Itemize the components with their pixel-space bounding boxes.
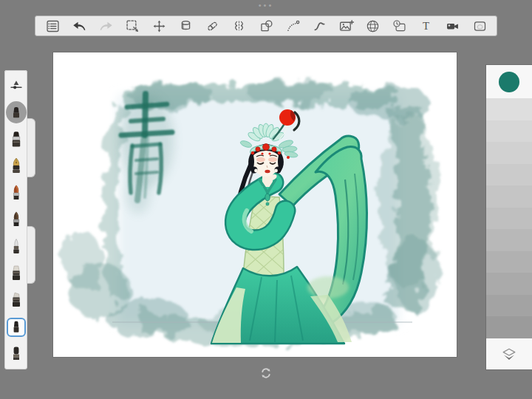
brush-airbrush[interactable] — [6, 236, 27, 257]
mesh-sphere-tool-button[interactable] — [364, 17, 383, 35]
brush-fountain-pen[interactable] — [6, 156, 27, 177]
brush-ink-brush[interactable] — [6, 129, 27, 150]
toolbar: T — [35, 16, 497, 36]
gray-swatch[interactable] — [486, 142, 532, 164]
app-background: { "window": { "drag_handle_glyph": "•••"… — [0, 0, 532, 399]
curve-icon — [285, 18, 301, 34]
fountain-pen-icon — [8, 157, 24, 176]
gray-swatch[interactable] — [486, 229, 532, 251]
mesh-sphere-icon — [365, 18, 381, 34]
gray-swatch[interactable] — [486, 295, 532, 317]
brush-panel — [4, 70, 27, 369]
symmetry-icon — [231, 18, 247, 34]
color-panel — [486, 65, 532, 369]
move-icon — [151, 18, 167, 34]
shapes-icon — [259, 18, 274, 34]
brush-paintbrush-dark[interactable] — [6, 209, 27, 230]
round-marker-icon — [10, 319, 23, 335]
redo-button[interactable] — [96, 17, 115, 35]
stroke-tool-button[interactable] — [310, 17, 329, 35]
brush-paintbrush[interactable] — [6, 183, 27, 203]
active-brush-preview[interactable] — [6, 102, 27, 123]
airbrush-icon — [8, 237, 24, 256]
gray-swatch[interactable] — [486, 98, 532, 120]
ink-brush-icon — [8, 130, 24, 149]
layers-icon — [501, 346, 517, 362]
curve-tool-button[interactable] — [283, 17, 302, 35]
shapes-tool-button[interactable] — [256, 17, 276, 35]
eraser-tool-button[interactable] — [203, 17, 222, 35]
gray-swatch[interactable] — [486, 120, 532, 143]
brush-size-slider-icon — [8, 76, 24, 95]
undo-button[interactable] — [69, 17, 89, 35]
select-tool-button[interactable] — [123, 17, 142, 35]
active-brush-tip-icon — [10, 103, 23, 121]
redo-icon — [98, 18, 114, 34]
svg-text:T: T — [423, 20, 429, 32]
brush-group-tab-lower[interactable] — [27, 226, 35, 284]
gray-swatch-strip — [486, 98, 532, 338]
paintbrush-icon — [8, 183, 24, 202]
toolbar-drag-handle[interactable]: ••• — [0, 0, 532, 10]
video-export-button[interactable] — [443, 17, 463, 35]
paintbrush-dark-icon — [8, 210, 24, 229]
angled-marker-icon — [8, 290, 24, 310]
rotate-icon — [259, 366, 273, 380]
eraser-icon — [205, 18, 220, 34]
stroke-icon — [312, 18, 327, 34]
video-icon — [445, 18, 460, 34]
text-tool-icon: T — [418, 18, 434, 34]
layers-button[interactable] — [486, 338, 532, 369]
brush-size-slider[interactable] — [6, 75, 27, 96]
current-color-dot[interactable] — [499, 72, 519, 92]
brush-dark-marker[interactable] — [6, 344, 27, 364]
move-tool-button[interactable] — [150, 17, 169, 35]
current-color-cell — [486, 65, 532, 98]
drawing-canvas[interactable] — [53, 52, 457, 357]
timelapse-button[interactable] — [390, 17, 409, 35]
add-image-icon — [338, 18, 354, 34]
gray-swatch[interactable] — [486, 208, 532, 230]
dark-marker-icon — [8, 344, 24, 364]
fill-roller-icon — [178, 18, 194, 34]
add-image-button[interactable] — [336, 17, 355, 35]
canvas-frame-icon — [472, 18, 488, 34]
undo-icon — [72, 18, 87, 34]
gray-swatch[interactable] — [486, 185, 532, 208]
fill-roller-tool-button[interactable] — [177, 17, 196, 35]
gray-swatch[interactable] — [486, 273, 532, 295]
artwork — [53, 52, 457, 357]
menu-button[interactable] — [43, 17, 62, 35]
chisel-marker-icon — [8, 264, 24, 283]
select-icon — [125, 18, 140, 34]
menu-icon — [45, 18, 61, 34]
selected-brush-outline — [7, 318, 26, 337]
text-tool-button[interactable]: T — [417, 17, 436, 35]
gray-swatch[interactable] — [486, 316, 532, 338]
brush-round-marker-selected[interactable] — [6, 317, 27, 338]
symmetry-tool-button[interactable] — [230, 17, 249, 35]
active-brush-circle — [6, 101, 27, 123]
rotate-canvas-button[interactable] — [258, 366, 274, 381]
gray-swatch[interactable] — [486, 164, 532, 186]
canvas-frame-button[interactable] — [470, 17, 489, 35]
brush-group-tab-upper[interactable] — [27, 118, 35, 177]
timelapse-icon — [392, 18, 407, 34]
gray-swatch[interactable] — [486, 251, 532, 273]
brush-chisel-marker[interactable] — [6, 263, 27, 284]
brush-angled-marker[interactable] — [6, 290, 27, 310]
